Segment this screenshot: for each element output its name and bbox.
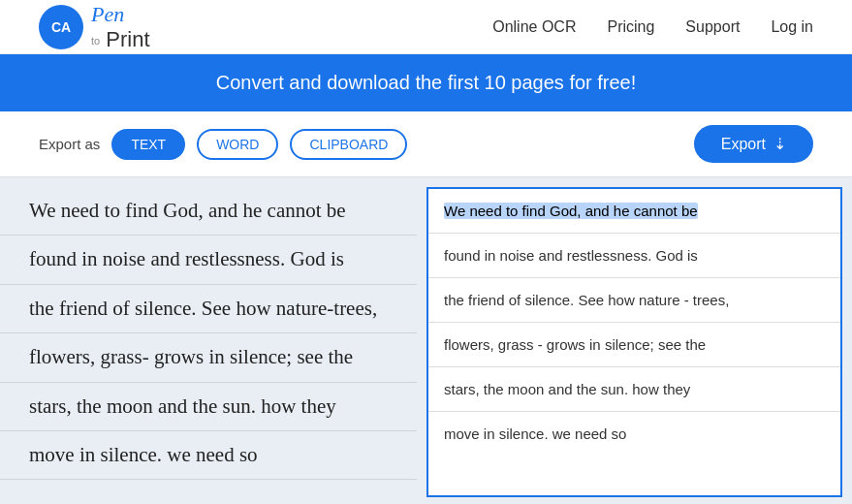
export-button-label: Export <box>721 136 766 153</box>
logo-text: Pen to Print <box>91 2 150 52</box>
text-row-4: flowers, grass - grows in silence; see t… <box>428 323 840 367</box>
highlighted-text: We need to find God, and he cannot be <box>444 203 698 219</box>
nav-pricing[interactable]: Pricing <box>607 18 654 36</box>
export-word-button[interactable]: WORD <box>197 129 278 160</box>
handwriting-panel: We need to find God, and he cannot be fo… <box>0 177 417 504</box>
hw-line-4: flowers, grass- grows in silence; see th… <box>0 333 417 382</box>
text-row-2: found in noise and restlessness. God is <box>428 234 840 278</box>
export-clipboard-button[interactable]: CLIPBOARD <box>290 129 407 160</box>
text-row-5: stars, the moon and the sun. how they <box>428 367 840 412</box>
hw-line-5: stars, the moon and the sun. how they <box>0 383 417 431</box>
text-row-3: the friend of silence. See how nature - … <box>428 278 840 323</box>
banner-text: Convert and download the first 10 pages … <box>216 72 637 93</box>
logo-icon: CA <box>39 5 83 49</box>
logo: CA Pen to Print <box>39 2 150 52</box>
export-button[interactable]: Export ⇣ <box>694 125 813 163</box>
hw-line-2: found in noise and restlessness. God is <box>0 236 417 284</box>
ocr-text-panel: We need to find God, and he cannot be fo… <box>426 187 842 497</box>
logo-pen: Pen <box>91 2 124 26</box>
header: CA Pen to Print Online OCR Pricing Suppo… <box>0 0 852 54</box>
hw-line-1: We need to find God, and he cannot be <box>0 187 417 236</box>
export-text-button[interactable]: TEXT <box>111 129 185 160</box>
nav-support[interactable]: Support <box>685 18 740 36</box>
hw-line-3: the friend of silence. See how nature-tr… <box>0 285 417 333</box>
text-row-1: We need to find God, and he cannot be <box>428 189 840 234</box>
export-toolbar: Export as TEXT WORD CLIPBOARD Export ⇣ <box>0 111 852 177</box>
export-as-label: Export as <box>39 136 100 152</box>
main-content: We need to find God, and he cannot be fo… <box>0 177 852 504</box>
logo-to: to <box>91 35 100 47</box>
nav-login[interactable]: Log in <box>771 18 813 36</box>
text-row-6: move in silence. we need so <box>428 412 840 456</box>
nav-ocr[interactable]: Online OCR <box>492 18 576 36</box>
promo-banner: Convert and download the first 10 pages … <box>0 54 852 111</box>
download-icon: ⇣ <box>773 135 786 153</box>
hw-line-6: move in silence. we need so <box>0 431 417 480</box>
export-options: Export as TEXT WORD CLIPBOARD <box>39 129 407 160</box>
nav: Online OCR Pricing Support Log in <box>492 18 813 36</box>
logo-print: Print <box>106 27 149 51</box>
logo-initials: CA <box>51 19 71 35</box>
